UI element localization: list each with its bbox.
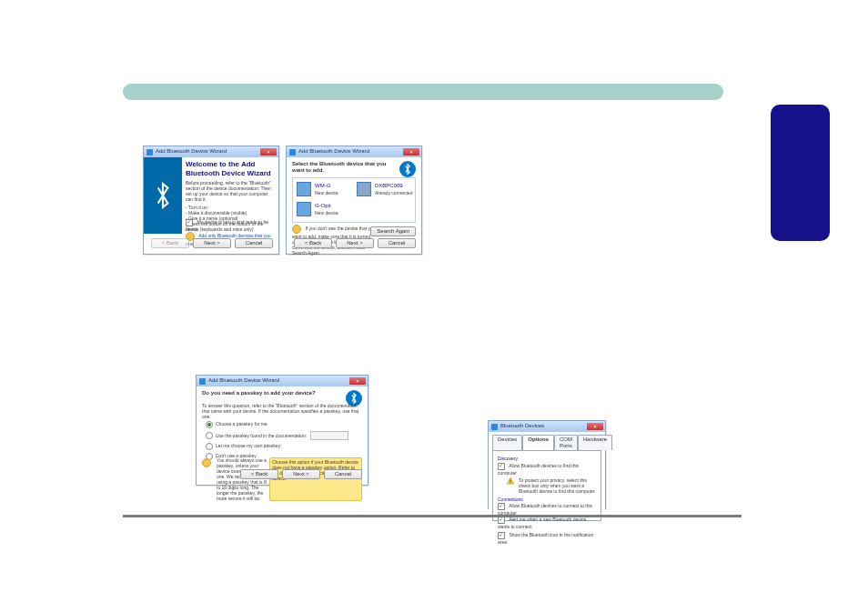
bluetooth-app-icon — [146, 149, 153, 156]
close-icon[interactable]: × — [587, 423, 603, 430]
warning-icon — [507, 477, 514, 485]
checkbox-show-tray-icon[interactable] — [498, 532, 505, 539]
checkbox-label: Show the Bluetooth icon in the notificat… — [498, 533, 593, 546]
radio-label: Choose a passkey for me — [216, 421, 267, 426]
wizard-button-row: < Back Next > Cancel — [294, 238, 416, 248]
wizard-sidebar-graphic — [144, 157, 182, 234]
ready-checkbox-label: My device is set up and ready to be foun… — [186, 219, 268, 232]
passkey-highlight-callout: Choose this option if your Bluetooth dev… — [269, 457, 362, 501]
passkey-option-row[interactable]: Use the passkey found in the documentati… — [206, 431, 362, 440]
device-item[interactable]: G-Opti New device — [297, 202, 338, 216]
window-title: Add Bluetooth Device Wizard — [208, 377, 279, 384]
device-name: DXBPC009 — [375, 183, 412, 189]
bluetooth-icon — [399, 161, 416, 177]
radio-use-documented[interactable] — [206, 432, 213, 439]
cancel-button[interactable]: Cancel — [324, 469, 362, 479]
next-button[interactable]: Next > — [336, 238, 374, 248]
tab-hardware[interactable]: Hardware — [578, 435, 612, 450]
close-icon[interactable]: × — [349, 377, 366, 385]
checkbox-label: Allow Bluetooth devices to find this com… — [498, 464, 579, 477]
device-icon — [297, 202, 311, 216]
cancel-button[interactable]: Cancel — [235, 238, 273, 248]
device-status: New device — [315, 190, 338, 196]
tab-strip: Devices Options COM Ports Hardware — [492, 435, 601, 450]
wizard-intro-text: Before proceeding, refer to the "Bluetoo… — [186, 180, 275, 202]
side-index-tab — [771, 105, 830, 241]
device-item[interactable]: WM-G New device — [297, 182, 338, 196]
titlebar: Add Bluetooth Device Wizard × — [197, 376, 368, 386]
radio-choose-for-me[interactable] — [206, 421, 213, 428]
window-title: Add Bluetooth Device Wizard — [156, 148, 227, 155]
close-icon[interactable]: × — [260, 148, 277, 156]
close-icon[interactable]: × — [403, 148, 419, 156]
next-button[interactable]: Next > — [193, 238, 231, 248]
checkbox-allow-connect[interactable] — [498, 503, 505, 510]
bluetooth-app-icon — [289, 149, 296, 156]
tab-options[interactable]: Options — [522, 435, 554, 450]
bluetooth-devices-options-window: Bluetooth Devices × Devices Options COM … — [488, 420, 606, 509]
titlebar: Add Bluetooth Device Wizard × — [287, 146, 421, 157]
ready-checkbox[interactable] — [186, 219, 193, 226]
titlebar: Add Bluetooth Device Wizard × — [144, 146, 278, 157]
back-button[interactable]: < Back — [294, 238, 332, 248]
wizard-heading: Select the Bluetooth device that you wan… — [292, 161, 396, 174]
wizard-welcome-window: Add Bluetooth Device Wizard × Welcome to… — [143, 145, 279, 255]
radio-label: Use the passkey found in the documentati… — [216, 433, 307, 438]
passkey-option-row[interactable]: Choose a passkey for me — [206, 421, 362, 428]
wizard-button-row: < Back Next > Cancel — [240, 469, 362, 479]
bluetooth-app-icon — [491, 424, 498, 430]
section-header-bar — [123, 84, 723, 100]
bluetooth-app-icon — [199, 378, 206, 385]
passkey-option-row[interactable]: Let me choose my own passkey: — [206, 443, 362, 450]
svg-rect-1 — [510, 483, 511, 484]
options-panel: Discovery Allow Bluetooth devices to fin… — [492, 450, 601, 521]
device-list: WM-G New device DXBPC009 Already connect… — [292, 177, 416, 223]
window-title: Bluetooth Devices — [500, 423, 544, 429]
wizard-heading: Welcome to the Add Bluetooth Device Wiza… — [186, 160, 275, 177]
bluetooth-icon — [153, 180, 173, 211]
device-status: Already connected — [375, 190, 412, 196]
next-button[interactable]: Next > — [282, 469, 320, 479]
option-row[interactable]: Alert me when a new Bluetooth device wan… — [498, 517, 596, 529]
passkey-security-note: You should always use a passkey, unless … — [217, 457, 267, 501]
device-icon — [357, 182, 371, 196]
privacy-warning-text: To protect your privacy, select this che… — [519, 477, 596, 494]
info-icon — [292, 225, 301, 234]
svg-rect-0 — [510, 480, 511, 482]
tab-com-ports[interactable]: COM Ports — [554, 435, 578, 450]
wizard-select-device-window: Add Bluetooth Device Wizard × Select the… — [286, 145, 422, 255]
tip-icon — [202, 458, 211, 467]
wizard-passkey-window: Add Bluetooth Device Wizard × Do you nee… — [196, 375, 368, 486]
radio-own-passkey[interactable] — [206, 443, 213, 450]
tab-devices[interactable]: Devices — [492, 435, 522, 450]
device-status: New device — [315, 210, 338, 216]
checkbox-allow-find[interactable] — [498, 463, 505, 470]
checkbox-alert-new[interactable] — [498, 517, 505, 524]
passkey-input[interactable] — [310, 431, 348, 440]
option-row[interactable]: Show the Bluetooth icon in the notificat… — [498, 532, 596, 545]
wizard-heading: Do you need a passkey to add your device… — [202, 390, 342, 396]
option-row[interactable]: Allow Bluetooth devices to find this com… — [498, 463, 596, 476]
checkbox-label: Alert me when a new Bluetooth device wan… — [498, 517, 586, 530]
back-button[interactable]: < Back — [240, 469, 278, 479]
connections-section-label: Connections — [498, 497, 596, 502]
device-name: G-Opti — [315, 203, 338, 209]
device-icon — [297, 182, 311, 196]
back-button[interactable]: < Back — [151, 238, 189, 248]
passkey-intro: To answer this question, refer to the "B… — [202, 403, 362, 419]
titlebar: Bluetooth Devices × — [489, 421, 605, 432]
discovery-section-label: Discovery — [498, 456, 596, 461]
window-title: Add Bluetooth Device Wizard — [298, 148, 369, 155]
device-name: WM-G — [315, 183, 338, 189]
page-footer-rule — [123, 515, 742, 517]
device-item[interactable]: DXBPC009 Already connected — [357, 182, 412, 196]
cancel-button[interactable]: Cancel — [378, 238, 416, 248]
radio-label: Let me choose my own passkey: — [216, 443, 282, 448]
search-again-button[interactable]: Search Again — [370, 226, 416, 236]
wizard-button-row: < Back Next > Cancel — [151, 238, 273, 248]
